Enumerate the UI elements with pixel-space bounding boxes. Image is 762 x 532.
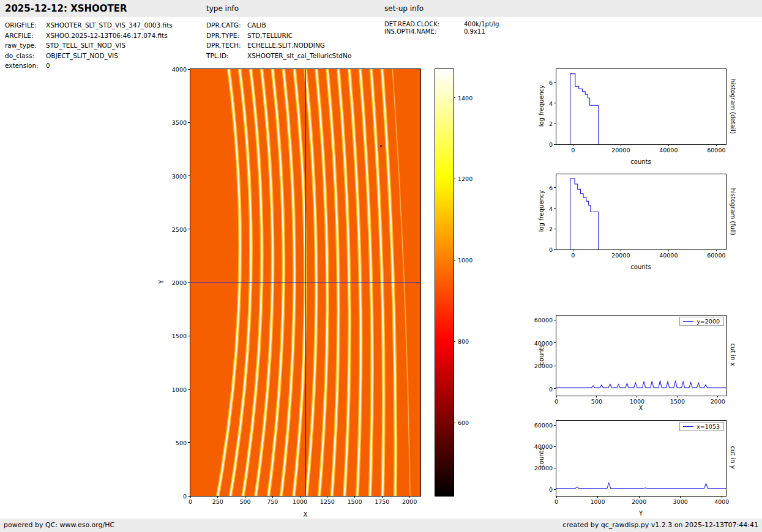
ins-opti4-label: INS.OPTI4.NAME:	[384, 28, 464, 35]
cut-y-legend-label: x=1053	[697, 423, 720, 430]
y-tick-label: 60000	[529, 422, 553, 429]
arcfile-value: XSHOO.2025-12-13T06:46:17.074.fits	[46, 32, 168, 39]
hist-full-x-axis-label: counts	[630, 264, 651, 270]
footer-right-text: created by qc_rawdisp.py v1.2.3 on 2025-…	[562, 521, 758, 529]
ins-opti4-value: 0.9x11	[464, 28, 485, 35]
setup-info-heading: set-up info	[384, 4, 424, 13]
x-tick-mark	[621, 249, 621, 251]
extension-label: extension:	[5, 61, 46, 71]
x-tick-label: 60000	[707, 252, 725, 259]
file-info-row: extension:0	[5, 61, 173, 71]
file-info-row: raw_type:STD_TELL_SLIT_NOD_VIS	[5, 40, 173, 51]
x-tick-mark	[668, 144, 669, 146]
image-x-axis-label: X	[304, 511, 308, 518]
header-bar: 2025-12-12: XSHOOTER type info set-up in…	[0, 0, 762, 17]
x-tick-label: 2000	[711, 398, 725, 405]
y-tick-mark	[188, 336, 190, 336]
cut-x-legend: y=2000	[679, 317, 724, 326]
x-tick-label: 20000	[611, 147, 630, 153]
x-tick-label: 1000	[293, 498, 307, 505]
x-tick-mark	[596, 396, 597, 397]
colorbar-tick-mark	[454, 97, 455, 98]
dpr-tech-value: ECHELLE,SLIT,NODDING	[247, 42, 325, 49]
cut-in-y-plot: 010002000300040000200004000060000	[556, 420, 727, 497]
hist-full-right-label: histogram (full)	[730, 188, 736, 235]
type-info-block: DPR.CATG:CALIB DPR.TYPE:STD,TELLURIC DPR…	[206, 20, 351, 61]
y-tick-mark	[554, 425, 556, 426]
raw-image-plot: 0250500750100012501500175020000500100015…	[190, 68, 421, 497]
x-tick-mark	[637, 396, 637, 397]
type-info-row: DPR.CATG:CALIB	[206, 20, 351, 31]
plot-canvas	[556, 316, 726, 396]
y-tick-label: 1500	[163, 333, 187, 339]
x-tick-mark	[245, 496, 245, 498]
x-tick-mark	[677, 396, 678, 397]
x-tick-label: 20000	[611, 252, 630, 259]
plot-canvas	[556, 421, 726, 496]
y-tick-mark	[554, 468, 556, 468]
y-tick-label: 2500	[163, 226, 187, 232]
x-tick-mark	[597, 496, 598, 498]
cut-y-x-axis-label: Y	[639, 510, 643, 517]
colorbar-tick-label: 1400	[458, 94, 473, 101]
y-tick-mark	[188, 389, 190, 390]
hist-full-y-axis-label: log frequency	[538, 190, 545, 232]
histogram-full-plot: 02000040000600000246	[556, 174, 727, 250]
x-tick-mark	[217, 496, 218, 498]
x-tick-label: 60000	[707, 147, 725, 153]
y-tick-mark	[554, 124, 556, 124]
x-tick-label: 0	[555, 398, 558, 405]
x-tick-label: 0	[189, 498, 192, 505]
y-tick-mark	[554, 388, 556, 389]
x-tick-label: 1500	[347, 498, 362, 505]
file-info-block: ORIGFILE:XSHOOTER_SLT_STD_VIS_347_0003.f…	[5, 20, 173, 71]
y-tick-mark	[554, 320, 556, 320]
type-info-heading: type info	[206, 4, 239, 13]
x-tick-mark	[556, 496, 557, 498]
y-tick-mark	[554, 187, 556, 188]
y-tick-mark	[188, 283, 190, 283]
x-tick-label: 1250	[320, 498, 335, 505]
x-tick-mark	[354, 496, 355, 498]
x-tick-label: 0	[571, 252, 575, 259]
x-tick-label: 1750	[375, 498, 389, 505]
y-tick-mark	[554, 82, 556, 83]
file-info-row: ORIGFILE:XSHOOTER_SLT_STD_VIS_347_0003.f…	[5, 20, 173, 31]
footer-bar: powered by QC: www.eso.org/HC created by…	[0, 519, 762, 532]
colorbar-gradient	[435, 69, 454, 496]
file-info-row: do_class:OBJECT_SLIT_NOD_VIS	[5, 51, 173, 61]
y-tick-label: 500	[163, 439, 187, 446]
x-tick-mark	[621, 144, 621, 146]
plot-canvas	[556, 174, 726, 249]
dpr-type-label: DPR.TYPE:	[206, 31, 247, 41]
legend-line-icon	[683, 426, 693, 427]
x-tick-label: 4000	[714, 498, 729, 505]
det-read-clock-label: DET.READ.CLOCK:	[384, 21, 464, 28]
y-tick-mark	[188, 496, 190, 497]
x-tick-mark	[668, 249, 669, 251]
cut-x-y-axis-label: counts	[538, 344, 545, 364]
y-tick-mark	[554, 144, 556, 145]
x-tick-mark	[639, 496, 640, 498]
x-tick-label: 1500	[670, 398, 685, 405]
cut-x-right-label: cut in x	[730, 343, 736, 366]
y-tick-label: 1000	[163, 386, 187, 393]
hist-detail-right-label: histogram (detail)	[730, 79, 736, 134]
y-tick-mark	[188, 122, 190, 123]
dpr-catg-label: DPR.CATG:	[206, 20, 247, 31]
y-tick-mark	[554, 208, 556, 209]
rawtype-label: raw_type:	[5, 40, 46, 51]
y-tick-label: 3000	[163, 172, 187, 179]
cut-y-y-axis-label: counts	[538, 447, 545, 467]
doclass-value: OBJECT_SLIT_NOD_VIS	[46, 52, 118, 59]
x-tick-mark	[556, 396, 557, 397]
x-tick-mark	[573, 249, 573, 251]
colorbar-tick-label: 1200	[458, 175, 473, 182]
arcfile-label: ARCFILE:	[5, 31, 46, 41]
origfile-label: ORIGFILE:	[5, 20, 46, 31]
histogram-detail-plot: 02000040000600000246	[556, 68, 727, 145]
colorbar: 600800100012001400	[435, 68, 454, 497]
y-tick-mark	[554, 249, 556, 250]
cut-y-right-label: cut in y	[730, 446, 736, 468]
x-tick-mark	[272, 496, 273, 498]
